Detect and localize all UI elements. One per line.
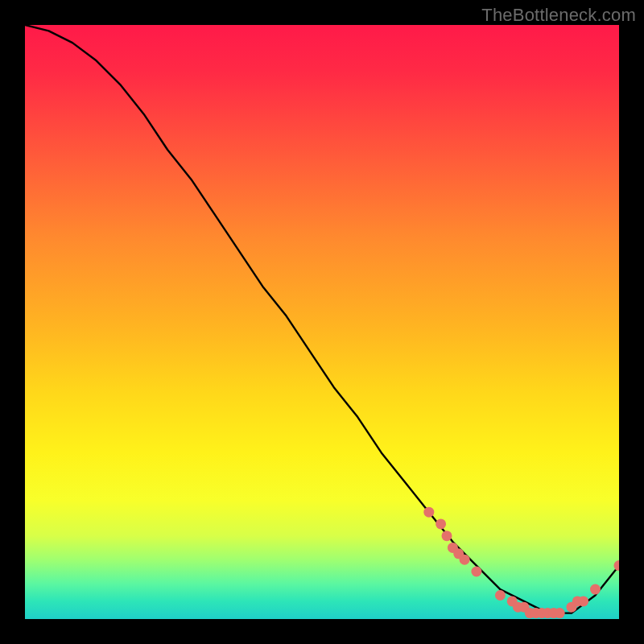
data-marker [442,530,452,541]
bottleneck-curve [25,25,619,613]
watermark-text: TheBottleneck.com [481,5,636,26]
plot-area [25,25,619,619]
data-marker [460,555,470,565]
data-marker [555,608,565,618]
chart-stage: TheBottleneck.com [0,0,644,644]
curve-markers [423,507,619,618]
data-marker [423,507,434,518]
data-marker [495,590,506,601]
data-marker [578,596,588,606]
data-marker [471,567,481,577]
data-marker [590,584,601,595]
curve-layer [25,25,619,619]
data-marker [436,518,446,529]
data-marker [614,560,620,571]
